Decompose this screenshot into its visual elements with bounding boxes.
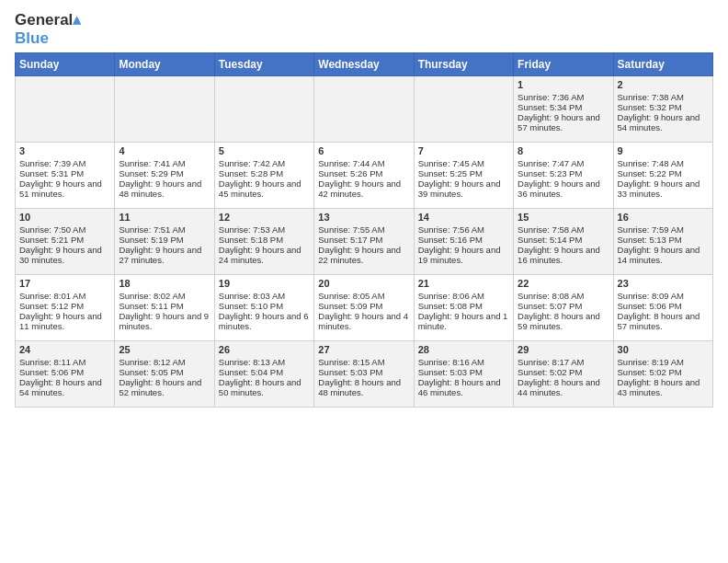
cell-week5-day4: 28Sunrise: 8:16 AMSunset: 5:03 PMDayligh…	[414, 340, 513, 407]
cell-week4-day5: 22Sunrise: 8:08 AMSunset: 5:07 PMDayligh…	[514, 274, 613, 340]
day-info: Sunset: 5:02 PM	[518, 367, 609, 377]
day-info: Sunset: 5:18 PM	[219, 235, 310, 245]
day-info: Daylight: 9 hours and 27 minutes.	[119, 245, 210, 265]
day-info: Daylight: 9 hours and 14 minutes.	[618, 245, 709, 265]
cell-week3-day0: 10Sunrise: 7:50 AMSunset: 5:21 PMDayligh…	[16, 208, 115, 274]
header-day-sunday: Sunday	[16, 52, 115, 75]
day-info: Sunset: 5:32 PM	[618, 102, 709, 112]
day-number: 29	[518, 344, 609, 355]
day-info: Daylight: 9 hours and 6 minutes.	[219, 311, 310, 331]
day-info: Daylight: 9 hours and 39 minutes.	[418, 178, 509, 199]
main-container: General▴ Blue SundayMondayTuesdayWednesd…	[0, 0, 728, 415]
cell-week5-day6: 30Sunrise: 8:19 AMSunset: 5:02 PMDayligh…	[613, 340, 712, 407]
week-row-1: 1Sunrise: 7:36 AMSunset: 5:34 PMDaylight…	[16, 75, 713, 142]
day-info: Sunset: 5:25 PM	[418, 168, 509, 178]
day-number: 30	[618, 344, 709, 355]
day-number: 28	[418, 344, 509, 355]
day-info: Daylight: 9 hours and 22 minutes.	[318, 245, 409, 265]
day-info: Sunset: 5:08 PM	[418, 301, 509, 311]
day-info: Sunset: 5:19 PM	[119, 235, 210, 245]
week-row-4: 17Sunrise: 8:01 AMSunset: 5:12 PMDayligh…	[16, 274, 713, 340]
day-info: Sunrise: 7:38 AM	[618, 92, 709, 102]
day-info: Sunset: 5:12 PM	[19, 301, 110, 311]
header-row: General▴ Blue	[15, 11, 713, 49]
day-info: Sunset: 5:31 PM	[19, 168, 110, 178]
cell-week2-day4: 7Sunrise: 7:45 AMSunset: 5:25 PMDaylight…	[414, 142, 513, 208]
day-info: Sunrise: 7:51 AM	[119, 224, 210, 235]
cell-week5-day2: 26Sunrise: 8:13 AMSunset: 5:04 PMDayligh…	[214, 340, 313, 407]
cell-week1-day6: 2Sunrise: 7:38 AMSunset: 5:32 PMDaylight…	[613, 75, 712, 142]
logo-text: General▴ Blue	[15, 11, 81, 49]
day-info: Sunrise: 7:48 AM	[618, 158, 709, 168]
day-number: 20	[318, 278, 409, 289]
day-info: Sunset: 5:04 PM	[219, 367, 310, 377]
day-number: 19	[219, 278, 310, 289]
cell-week1-day5: 1Sunrise: 7:36 AMSunset: 5:34 PMDaylight…	[514, 75, 613, 142]
day-info: Daylight: 8 hours and 50 minutes.	[219, 377, 310, 397]
day-info: Sunrise: 8:02 AM	[119, 291, 210, 301]
cell-week2-day3: 6Sunrise: 7:44 AMSunset: 5:26 PMDaylight…	[314, 142, 414, 208]
cell-week4-day1: 18Sunrise: 8:02 AMSunset: 5:11 PMDayligh…	[115, 274, 214, 340]
day-number: 22	[518, 278, 609, 289]
day-info: Sunset: 5:14 PM	[518, 235, 609, 245]
cell-week4-day6: 23Sunrise: 8:09 AMSunset: 5:06 PMDayligh…	[613, 274, 712, 340]
day-number: 18	[119, 278, 210, 289]
day-info: Daylight: 8 hours and 43 minutes.	[618, 377, 709, 397]
day-info: Daylight: 8 hours and 48 minutes.	[318, 377, 409, 397]
header-day-tuesday: Tuesday	[214, 52, 313, 75]
day-info: Daylight: 8 hours and 54 minutes.	[19, 377, 110, 397]
day-info: Sunrise: 8:13 AM	[219, 357, 310, 367]
day-number: 6	[318, 145, 409, 156]
day-info: Sunrise: 7:50 AM	[19, 224, 110, 235]
day-info: Sunrise: 8:12 AM	[119, 357, 210, 367]
day-number: 26	[219, 344, 310, 355]
day-info: Sunrise: 8:05 AM	[318, 291, 409, 301]
day-info: Daylight: 9 hours and 57 minutes.	[518, 112, 609, 132]
day-number: 16	[618, 212, 709, 223]
header-day-friday: Friday	[514, 52, 613, 75]
day-info: Sunset: 5:13 PM	[618, 235, 709, 245]
day-info: Sunset: 5:16 PM	[418, 235, 509, 245]
day-number: 10	[19, 212, 110, 223]
day-info: Daylight: 9 hours and 30 minutes.	[19, 245, 110, 265]
cell-week3-day3: 13Sunrise: 7:55 AMSunset: 5:17 PMDayligh…	[314, 208, 414, 274]
day-info: Sunset: 5:22 PM	[618, 168, 709, 178]
day-info: Daylight: 9 hours and 45 minutes.	[219, 178, 310, 199]
day-info: Sunrise: 8:01 AM	[19, 291, 110, 301]
day-info: Sunrise: 8:06 AM	[418, 291, 509, 301]
cell-week4-day3: 20Sunrise: 8:05 AMSunset: 5:09 PMDayligh…	[314, 274, 414, 340]
cell-week1-day4	[414, 75, 513, 142]
cell-week3-day4: 14Sunrise: 7:56 AMSunset: 5:16 PMDayligh…	[414, 208, 513, 274]
week-row-2: 3Sunrise: 7:39 AMSunset: 5:31 PMDaylight…	[16, 142, 713, 208]
day-info: Daylight: 9 hours and 9 minutes.	[119, 311, 210, 331]
cell-week5-day3: 27Sunrise: 8:15 AMSunset: 5:03 PMDayligh…	[314, 340, 414, 407]
day-info: Daylight: 9 hours and 4 minutes.	[318, 311, 409, 331]
calendar-table: SundayMondayTuesdayWednesdayThursdayFrid…	[15, 52, 713, 408]
day-info: Sunset: 5:10 PM	[219, 301, 310, 311]
day-info: Daylight: 9 hours and 54 minutes.	[618, 112, 709, 132]
cell-week4-day0: 17Sunrise: 8:01 AMSunset: 5:12 PMDayligh…	[16, 274, 115, 340]
day-info: Sunrise: 7:58 AM	[518, 224, 609, 235]
day-info: Sunrise: 8:15 AM	[318, 357, 409, 367]
day-info: Daylight: 9 hours and 36 minutes.	[518, 178, 609, 199]
header-day-thursday: Thursday	[414, 52, 513, 75]
day-number: 25	[119, 344, 210, 355]
cell-week3-day5: 15Sunrise: 7:58 AMSunset: 5:14 PMDayligh…	[514, 208, 613, 274]
day-info: Daylight: 9 hours and 48 minutes.	[119, 178, 210, 199]
day-info: Daylight: 8 hours and 46 minutes.	[418, 377, 509, 397]
cell-week3-day1: 11Sunrise: 7:51 AMSunset: 5:19 PMDayligh…	[115, 208, 214, 274]
week-row-3: 10Sunrise: 7:50 AMSunset: 5:21 PMDayligh…	[16, 208, 713, 274]
header-day-saturday: Saturday	[613, 52, 712, 75]
day-info: Sunrise: 7:55 AM	[318, 224, 409, 235]
day-number: 12	[219, 212, 310, 223]
cell-week2-day2: 5Sunrise: 7:42 AMSunset: 5:28 PMDaylight…	[214, 142, 313, 208]
day-info: Sunset: 5:06 PM	[618, 301, 709, 311]
day-info: Daylight: 8 hours and 57 minutes.	[618, 311, 709, 331]
day-info: Sunrise: 7:45 AM	[418, 158, 509, 168]
day-info: Sunrise: 7:41 AM	[119, 158, 210, 168]
day-info: Daylight: 9 hours and 19 minutes.	[418, 245, 509, 265]
day-number: 3	[19, 145, 110, 156]
cell-week5-day1: 25Sunrise: 8:12 AMSunset: 5:05 PMDayligh…	[115, 340, 214, 407]
day-info: Sunset: 5:11 PM	[119, 301, 210, 311]
header-day-wednesday: Wednesday	[314, 52, 414, 75]
